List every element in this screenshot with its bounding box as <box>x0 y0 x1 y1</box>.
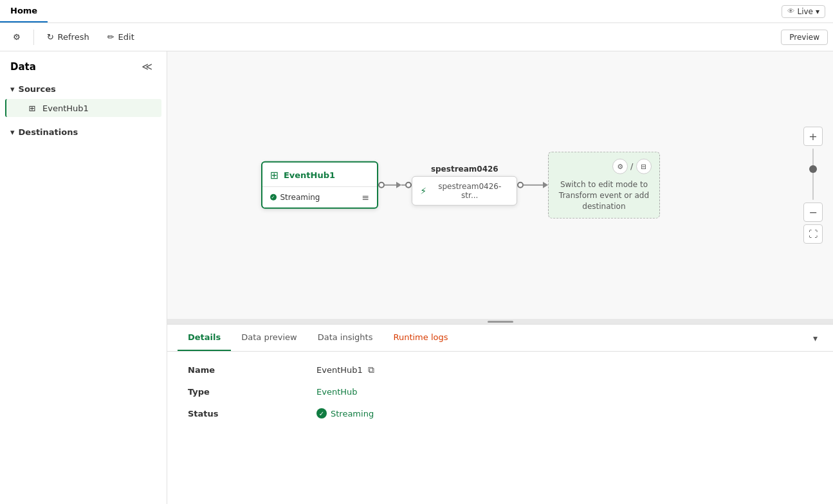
conn-arrow-2 <box>543 182 548 188</box>
eventhub-node-header: ⊞ EventHub1 <box>262 163 378 187</box>
node-status: Streaming <box>270 193 320 202</box>
spestream-icon: ⚡ <box>420 186 426 196</box>
tab-data-preview[interactable]: Data preview <box>231 325 307 351</box>
spestream-body: ⚡ spestream0426-str... <box>420 182 509 200</box>
sidebar-title: Data <box>10 61 36 73</box>
title-bar: Home 👁 Live ▾ <box>0 0 833 23</box>
zoom-slider-thumb[interactable] <box>809 165 817 173</box>
detail-name-value: EventHub1 ⧉ <box>316 364 374 375</box>
live-label: Live <box>797 7 813 16</box>
tab-data-insights[interactable]: Data insights <box>307 325 383 351</box>
name-value-text: EventHub1 <box>316 365 363 375</box>
canvas-area: ⊞ EventHub1 Streaming ≡ <box>167 51 833 504</box>
eventhub-node-body: Streaming ≡ <box>262 187 378 208</box>
zoom-in-button[interactable]: + <box>803 127 823 146</box>
main-layout: Data ≪ ▾ Sources ⊞ EventHub1 ▾ Destinati… <box>0 51 833 504</box>
resize-handle-bar <box>488 321 513 323</box>
detail-row-type: Type EventHub <box>188 387 812 397</box>
dest-gear-btn[interactable]: ⚙ <box>612 159 628 174</box>
destination-node[interactable]: ⚙ / ⊟ Switch to edit mode to Transform e… <box>548 152 659 219</box>
status-dot <box>270 194 277 201</box>
preview-button[interactable]: Preview <box>781 30 828 45</box>
copy-icon[interactable]: ⧉ <box>368 364 374 375</box>
refresh-icon: ↻ <box>47 32 54 42</box>
connector-2 <box>517 182 548 188</box>
zoom-fit-button[interactable]: ⛶ <box>803 224 823 244</box>
zoom-out-button[interactable]: − <box>803 203 823 222</box>
sidebar-item-eventhub1[interactable]: ⊞ EventHub1 <box>5 99 161 117</box>
eventhub-icon: ⊞ <box>27 103 37 113</box>
spestream-node[interactable]: ⚡ spestream0426-str... <box>412 176 517 206</box>
detail-status-label: Status <box>188 409 316 419</box>
tab-runtime-logs[interactable]: Runtime logs <box>383 325 458 351</box>
connector-1 <box>378 182 412 188</box>
edit-label: Edit <box>118 32 134 42</box>
detail-row-name: Name EventHub1 ⧉ <box>188 364 812 375</box>
conn-arrow-1 <box>396 182 401 188</box>
sidebar-item-label: EventHub1 <box>42 104 89 113</box>
node-menu-icon[interactable]: ≡ <box>362 192 369 203</box>
flow-row: ⊞ EventHub1 Streaming ≡ <box>261 152 660 219</box>
toolbar-divider <box>33 30 34 45</box>
flow-container: ⊞ EventHub1 Streaming ≡ <box>261 152 660 219</box>
detail-row-status: Status ✓ Streaming <box>188 408 812 419</box>
spestream-label: spestream0426-str... <box>430 182 509 200</box>
edit-button[interactable]: ✏ Edit <box>100 29 142 45</box>
zoom-controls: + − ⛶ <box>803 127 823 244</box>
live-badge[interactable]: 👁 Live ▾ <box>782 5 825 18</box>
conn-line-2 <box>401 184 405 186</box>
conn-dot-1 <box>378 182 385 188</box>
spestream-title: spestream0426 <box>431 165 499 174</box>
node-status-label: Streaming <box>280 193 320 202</box>
destinations-arrow: ▾ <box>10 127 15 137</box>
sources-label: Sources <box>19 84 56 94</box>
conn-line-1 <box>385 184 396 186</box>
detail-type-value: EventHub <box>316 387 358 397</box>
home-tab[interactable]: Home <box>0 0 48 22</box>
dest-icons: ⚙ / ⊟ <box>612 159 651 174</box>
tabs-bar: Details Data preview Data insights Runti… <box>167 325 833 352</box>
destination-message: Switch to edit mode to Transform event o… <box>556 179 651 212</box>
refresh-label: Refresh <box>58 32 89 42</box>
sources-section-header[interactable]: ▾ Sources <box>0 79 167 99</box>
detail-name-label: Name <box>188 365 316 375</box>
settings-icon: ⚙ <box>13 32 21 42</box>
details-content: Name EventHub1 ⧉ Type EventHub Status ✓ … <box>167 352 833 443</box>
tab-details[interactable]: Details <box>178 325 231 351</box>
sources-arrow: ▾ <box>10 84 15 94</box>
status-check-icon: ✓ <box>316 408 327 419</box>
tabs-collapse-button[interactable]: ▾ <box>808 328 823 348</box>
spestream-group: spestream0426 ⚡ spestream0426-str... <box>412 165 517 206</box>
conn-dot-3 <box>517 182 524 188</box>
eventhub-node-title: EventHub1 <box>284 170 335 180</box>
sidebar: Data ≪ ▾ Sources ⊞ EventHub1 ▾ Destinati… <box>0 51 167 504</box>
bottom-panel: Details Data preview Data insights Runti… <box>167 324 833 504</box>
eventhub-node[interactable]: ⊞ EventHub1 Streaming ≡ <box>261 161 379 209</box>
dest-slash: / <box>630 159 633 174</box>
canvas[interactable]: ⊞ EventHub1 Streaming ≡ <box>167 51 833 319</box>
resize-handle[interactable] <box>167 319 833 324</box>
toolbar: ⚙ ↻ Refresh ✏ Edit Preview <box>0 23 833 51</box>
dest-export-btn[interactable]: ⊟ <box>636 159 652 174</box>
eventhub-node-icon: ⊞ <box>270 169 279 181</box>
conn-dot-2 <box>405 182 412 188</box>
detail-status-value: ✓ Streaming <box>316 408 374 419</box>
detail-type-label: Type <box>188 387 316 397</box>
live-chevron: ▾ <box>816 7 819 16</box>
destinations-section-header[interactable]: ▾ Destinations <box>0 122 167 142</box>
zoom-slider-track[interactable] <box>812 148 814 200</box>
sidebar-header: Data ≪ <box>0 51 167 79</box>
refresh-button[interactable]: ↻ Refresh <box>39 29 97 45</box>
status-value-text: Streaming <box>331 409 374 419</box>
settings-button[interactable]: ⚙ <box>5 29 28 45</box>
sidebar-collapse-button[interactable]: ≪ <box>138 59 156 74</box>
destinations-label: Destinations <box>19 127 78 137</box>
edit-icon: ✏ <box>107 32 114 42</box>
conn-line-3 <box>524 184 543 186</box>
